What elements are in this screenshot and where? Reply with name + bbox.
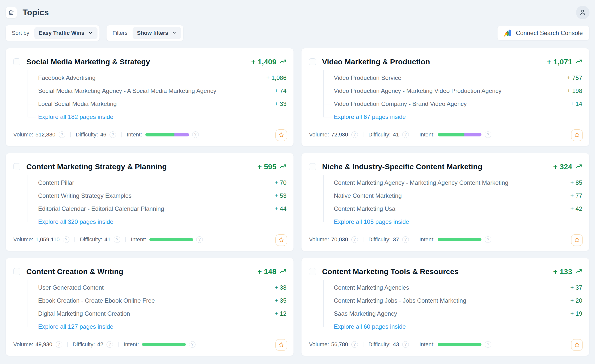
subpage-label: Content Marketing Jobs - Jobs Content Ma… <box>334 297 466 304</box>
card-header: Content Creation & Writing + 148 <box>13 265 286 279</box>
topic-title: Social Media Marketing & Strategy <box>26 58 245 66</box>
help-icon[interactable]: ? <box>351 341 358 348</box>
trend-value: + 1,409 <box>251 58 276 66</box>
topic-checkbox[interactable] <box>309 268 316 275</box>
subpage-trend-value: + 198 <box>567 87 582 94</box>
topic-checkbox[interactable] <box>13 58 20 65</box>
sort-by-control: Sort by Easy Traffic Wins <box>6 25 100 41</box>
subpages-tree: Content Marketing Agency - Marketing Age… <box>323 176 582 228</box>
favorite-star-button[interactable] <box>275 234 287 246</box>
trending-up-icon <box>279 268 286 276</box>
topic-checkbox[interactable] <box>309 163 316 170</box>
subpage-trend-value: + 74 <box>275 87 286 94</box>
help-icon[interactable]: ? <box>485 236 491 243</box>
subpage-label: Ebook Creation - Create Ebook Online Fre… <box>38 297 155 304</box>
topic-title: Content Marketing Tools & Resources <box>322 267 547 276</box>
sort-dropdown[interactable]: Easy Traffic Wins <box>34 27 97 39</box>
volume-label: Volume: <box>13 236 33 243</box>
explore-link[interactable]: Explore all 320 pages inside <box>38 218 113 225</box>
intent-green-segment <box>438 343 481 346</box>
topic-trend: + 1,071 <box>547 58 582 66</box>
trending-up-icon <box>575 58 582 66</box>
favorite-star-button[interactable] <box>571 339 583 351</box>
help-icon[interactable]: ? <box>402 341 409 348</box>
subpage-row: Video Production Service + 757 <box>323 71 582 84</box>
volume-label: Volume: <box>13 131 33 138</box>
subpage-trend-value: + 14 <box>570 100 582 107</box>
chevron-down-icon <box>172 30 177 36</box>
intent-bar <box>438 238 481 241</box>
subpages-tree: Facebook Advertising + 1,086 Social Medi… <box>28 71 286 123</box>
trend-value: + 133 <box>553 267 572 276</box>
subpage-label: Video Production Agency - Marketing Vide… <box>334 87 502 94</box>
trend-value: + 595 <box>257 162 276 171</box>
topic-card: Content Marketing Tools & Resources + 13… <box>301 258 589 356</box>
explore-link[interactable]: Explore all 67 pages inside <box>334 113 406 120</box>
star-icon <box>574 341 580 349</box>
trend-value: + 324 <box>553 162 572 171</box>
help-icon[interactable]: ? <box>189 341 195 348</box>
help-icon[interactable]: ? <box>485 131 491 138</box>
star-icon <box>278 341 284 349</box>
subpage-label: Facebook Advertising <box>38 74 95 81</box>
help-icon[interactable]: ? <box>63 236 69 243</box>
favorite-star-button[interactable] <box>571 234 583 246</box>
help-icon[interactable]: ? <box>110 131 116 138</box>
difficulty-label: Difficulty: <box>73 341 95 348</box>
difficulty-value: 37 <box>393 236 399 243</box>
subpage-trend-value: + 1,086 <box>266 74 286 81</box>
connect-search-console-button[interactable]: Connect Search Console <box>497 26 589 40</box>
help-icon[interactable]: ? <box>485 341 491 348</box>
user-avatar-button[interactable] <box>576 6 589 19</box>
explore-link[interactable]: Explore all 60 pages inside <box>334 323 406 330</box>
intent-stat: Intent: ? <box>127 131 199 138</box>
intent-green-segment <box>145 133 175 136</box>
subpages-tree: User Generated Content + 38 Ebook Creati… <box>28 281 286 333</box>
explore-link[interactable]: Explore all 105 pages inside <box>334 218 409 225</box>
subpage-label: Saas Marketing Agency <box>334 310 397 317</box>
help-icon[interactable]: ? <box>59 131 65 138</box>
help-icon[interactable]: ? <box>56 341 62 348</box>
help-icon[interactable]: ? <box>192 131 199 138</box>
volume-stat: Volume: 56,780 ? <box>309 341 358 348</box>
help-icon[interactable]: ? <box>351 131 358 138</box>
topic-checkbox[interactable] <box>13 268 20 275</box>
explore-row: Explore all 182 pages inside <box>28 110 286 123</box>
search-console-icon <box>504 29 512 38</box>
explore-link[interactable]: Explore all 182 pages inside <box>38 113 113 120</box>
help-icon[interactable]: ? <box>402 236 409 243</box>
help-icon[interactable]: ? <box>196 236 203 243</box>
volume-stat: Volume: 512,330 ? <box>13 131 65 138</box>
help-icon[interactable]: ? <box>114 236 120 243</box>
subpage-trend-value: + 70 <box>275 179 286 186</box>
volume-value: 56,780 <box>331 341 348 348</box>
favorite-star-button[interactable] <box>275 339 287 351</box>
home-icon <box>8 9 15 16</box>
favorite-star-button[interactable] <box>275 129 287 141</box>
subpage-label: Content Marketing Agency - Marketing Age… <box>334 179 508 186</box>
subpage-row: Facebook Advertising + 1,086 <box>28 71 286 84</box>
divider <box>414 342 414 347</box>
explore-link[interactable]: Explore all 127 pages inside <box>38 323 113 330</box>
topic-checkbox[interactable] <box>13 163 20 170</box>
volume-value: 70,030 <box>331 236 348 243</box>
difficulty-label: Difficulty: <box>368 236 391 243</box>
divider <box>363 237 363 242</box>
subpage-row: Ebook Creation - Create Ebook Online Fre… <box>28 294 286 307</box>
help-icon[interactable]: ? <box>107 341 113 348</box>
subpage-label: Social Media Marketing Agency - A Social… <box>38 87 216 94</box>
chevron-down-icon <box>88 30 93 36</box>
filters-dropdown[interactable]: Show filters <box>133 27 181 39</box>
toolbar: Sort by Easy Traffic Wins Filters Show f… <box>6 25 589 41</box>
home-button[interactable] <box>6 7 17 18</box>
sort-dropdown-value: Easy Traffic Wins <box>39 30 84 36</box>
help-icon[interactable]: ? <box>351 236 358 243</box>
help-icon[interactable]: ? <box>402 131 409 138</box>
favorite-star-button[interactable] <box>571 129 583 141</box>
topic-card: Content Creation & Writing + 148 User Ge… <box>6 258 294 356</box>
volume-stat: Volume: 49,930 ? <box>13 341 62 348</box>
difficulty-stat: Difficulty: 37 ? <box>368 236 409 243</box>
topic-checkbox[interactable] <box>309 58 316 65</box>
intent-bar <box>149 238 193 241</box>
subpage-label: Video Production Company - Brand Video A… <box>334 100 467 107</box>
